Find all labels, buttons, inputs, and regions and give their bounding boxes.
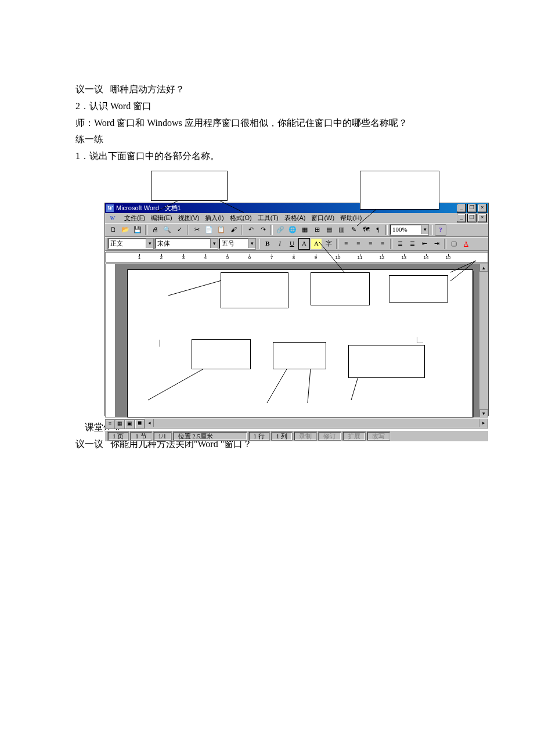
normal-view-icon[interactable]: ≡ (105, 419, 115, 429)
view-buttons: ≡ ▦ ▣ ≣ (105, 419, 145, 428)
callout-box (273, 342, 326, 369)
svg-line-2 (357, 208, 377, 226)
svg-line-7 (148, 366, 209, 400)
svg-line-6 (168, 280, 223, 296)
weblayout-view-icon[interactable]: ▦ (115, 419, 125, 429)
status-column: 1 列 (271, 431, 293, 441)
callout-box (348, 345, 425, 378)
status-ext: 扩展 (342, 431, 366, 441)
status-rec: 录制 (294, 431, 317, 441)
status-trk: 修订 (318, 431, 341, 441)
callout-box (311, 272, 370, 305)
status-ovr: 改写 (367, 431, 390, 441)
status-section: 1 节 (130, 431, 151, 441)
callout-box (389, 275, 448, 303)
status-position: 位置 2.5厘米 (173, 431, 247, 441)
outline-view-icon[interactable]: ≣ (135, 419, 145, 429)
svg-line-9 (308, 368, 311, 403)
svg-line-0 (157, 200, 180, 211)
svg-line-1 (218, 200, 244, 213)
horizontal-scrollbar[interactable] (145, 419, 488, 429)
status-pages: 1/1 (153, 431, 172, 441)
paragraph-section-2: 2．认识 Word 窗口 (75, 98, 464, 115)
paragraph-task-1: 1．说出下面窗口中的各部分名称。 (75, 148, 464, 165)
callout-box (192, 339, 251, 369)
status-page: 1 页 (107, 431, 129, 441)
pagelayout-view-icon[interactable]: ▣ (125, 419, 135, 429)
callout-box (360, 171, 439, 210)
paragraph-teacher: 师：Word 窗口和 Windows 应用程序窗口很相似，你能记住窗口中的哪些名… (75, 115, 464, 132)
callout-box (221, 272, 288, 308)
status-bar: 1 页 1 节 1/1 位置 2.5厘米 1 行 1 列 录制 修订 扩展 改写 (105, 430, 488, 441)
svg-line-8 (267, 368, 287, 403)
paragraph-practice: 练一练 (75, 131, 464, 148)
callout-box (151, 171, 228, 201)
word-window-figure: W Microsoft Word - 文档1 _ ❐ × W 文件(F) 编辑(… (104, 171, 488, 415)
status-line: 1 行 (248, 431, 270, 441)
paragraph-discuss: 议一议 哪种启动方法好？ (75, 81, 464, 98)
